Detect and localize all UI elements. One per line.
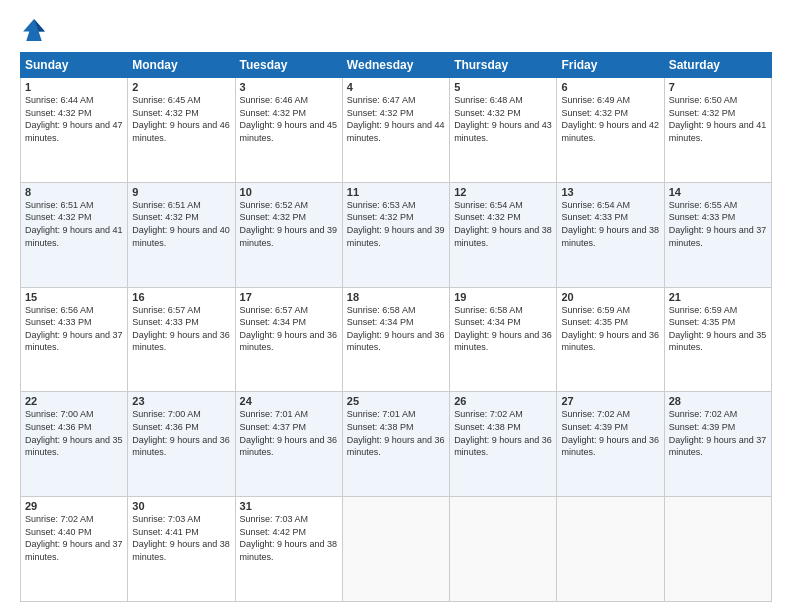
- cell-info: Sunrise: 7:01 AMSunset: 4:38 PMDaylight:…: [347, 409, 445, 457]
- cell-info: Sunrise: 6:54 AMSunset: 4:32 PMDaylight:…: [454, 200, 552, 248]
- calendar-cell: 25Sunrise: 7:01 AMSunset: 4:38 PMDayligh…: [342, 392, 449, 497]
- cell-info: Sunrise: 6:50 AMSunset: 4:32 PMDaylight:…: [669, 95, 767, 143]
- day-number: 2: [132, 81, 230, 93]
- calendar-cell: 3Sunrise: 6:46 AMSunset: 4:32 PMDaylight…: [235, 78, 342, 183]
- day-number: 4: [347, 81, 445, 93]
- day-number: 19: [454, 291, 552, 303]
- calendar-page: SundayMondayTuesdayWednesdayThursdayFrid…: [0, 0, 792, 612]
- day-number: 15: [25, 291, 123, 303]
- cell-info: Sunrise: 6:47 AMSunset: 4:32 PMDaylight:…: [347, 95, 445, 143]
- day-number: 5: [454, 81, 552, 93]
- cell-info: Sunrise: 7:02 AMSunset: 4:39 PMDaylight:…: [561, 409, 659, 457]
- calendar-cell: 4Sunrise: 6:47 AMSunset: 4:32 PMDaylight…: [342, 78, 449, 183]
- cell-info: Sunrise: 6:56 AMSunset: 4:33 PMDaylight:…: [25, 305, 123, 353]
- calendar-cell: 17Sunrise: 6:57 AMSunset: 4:34 PMDayligh…: [235, 287, 342, 392]
- calendar-cell: 31Sunrise: 7:03 AMSunset: 4:42 PMDayligh…: [235, 497, 342, 602]
- calendar-cell: 24Sunrise: 7:01 AMSunset: 4:37 PMDayligh…: [235, 392, 342, 497]
- calendar-cell: 18Sunrise: 6:58 AMSunset: 4:34 PMDayligh…: [342, 287, 449, 392]
- calendar-cell: [664, 497, 771, 602]
- cell-info: Sunrise: 6:59 AMSunset: 4:35 PMDaylight:…: [669, 305, 767, 353]
- day-number: 13: [561, 186, 659, 198]
- calendar-cell: 2Sunrise: 6:45 AMSunset: 4:32 PMDaylight…: [128, 78, 235, 183]
- calendar-header-tuesday: Tuesday: [235, 53, 342, 78]
- day-number: 16: [132, 291, 230, 303]
- calendar-cell: 14Sunrise: 6:55 AMSunset: 4:33 PMDayligh…: [664, 182, 771, 287]
- day-number: 21: [669, 291, 767, 303]
- calendar-cell: [557, 497, 664, 602]
- day-number: 7: [669, 81, 767, 93]
- calendar-week-row: 22Sunrise: 7:00 AMSunset: 4:36 PMDayligh…: [21, 392, 772, 497]
- cell-info: Sunrise: 6:57 AMSunset: 4:34 PMDaylight:…: [240, 305, 338, 353]
- cell-info: Sunrise: 7:03 AMSunset: 4:41 PMDaylight:…: [132, 514, 230, 562]
- logo-icon: [20, 16, 48, 44]
- day-number: 1: [25, 81, 123, 93]
- calendar-cell: [342, 497, 449, 602]
- calendar-cell: 16Sunrise: 6:57 AMSunset: 4:33 PMDayligh…: [128, 287, 235, 392]
- calendar-cell: 6Sunrise: 6:49 AMSunset: 4:32 PMDaylight…: [557, 78, 664, 183]
- calendar-header-wednesday: Wednesday: [342, 53, 449, 78]
- cell-info: Sunrise: 6:58 AMSunset: 4:34 PMDaylight:…: [347, 305, 445, 353]
- day-number: 28: [669, 395, 767, 407]
- cell-info: Sunrise: 6:49 AMSunset: 4:32 PMDaylight:…: [561, 95, 659, 143]
- calendar-header-thursday: Thursday: [450, 53, 557, 78]
- cell-info: Sunrise: 7:02 AMSunset: 4:38 PMDaylight:…: [454, 409, 552, 457]
- day-number: 11: [347, 186, 445, 198]
- cell-info: Sunrise: 7:02 AMSunset: 4:39 PMDaylight:…: [669, 409, 767, 457]
- calendar-cell: 11Sunrise: 6:53 AMSunset: 4:32 PMDayligh…: [342, 182, 449, 287]
- calendar-cell: 23Sunrise: 7:00 AMSunset: 4:36 PMDayligh…: [128, 392, 235, 497]
- cell-info: Sunrise: 7:02 AMSunset: 4:40 PMDaylight:…: [25, 514, 123, 562]
- day-number: 17: [240, 291, 338, 303]
- calendar-header-saturday: Saturday: [664, 53, 771, 78]
- day-number: 24: [240, 395, 338, 407]
- cell-info: Sunrise: 6:58 AMSunset: 4:34 PMDaylight:…: [454, 305, 552, 353]
- logo: [20, 16, 52, 44]
- day-number: 25: [347, 395, 445, 407]
- day-number: 27: [561, 395, 659, 407]
- day-number: 26: [454, 395, 552, 407]
- day-number: 20: [561, 291, 659, 303]
- calendar-header-friday: Friday: [557, 53, 664, 78]
- calendar-cell: 27Sunrise: 7:02 AMSunset: 4:39 PMDayligh…: [557, 392, 664, 497]
- calendar-cell: 7Sunrise: 6:50 AMSunset: 4:32 PMDaylight…: [664, 78, 771, 183]
- calendar-header-row: SundayMondayTuesdayWednesdayThursdayFrid…: [21, 53, 772, 78]
- cell-info: Sunrise: 6:45 AMSunset: 4:32 PMDaylight:…: [132, 95, 230, 143]
- calendar-cell: 12Sunrise: 6:54 AMSunset: 4:32 PMDayligh…: [450, 182, 557, 287]
- cell-info: Sunrise: 6:53 AMSunset: 4:32 PMDaylight:…: [347, 200, 445, 248]
- calendar-cell: 30Sunrise: 7:03 AMSunset: 4:41 PMDayligh…: [128, 497, 235, 602]
- calendar-cell: 5Sunrise: 6:48 AMSunset: 4:32 PMDaylight…: [450, 78, 557, 183]
- calendar-week-row: 1Sunrise: 6:44 AMSunset: 4:32 PMDaylight…: [21, 78, 772, 183]
- day-number: 10: [240, 186, 338, 198]
- calendar-cell: 28Sunrise: 7:02 AMSunset: 4:39 PMDayligh…: [664, 392, 771, 497]
- cell-info: Sunrise: 6:51 AMSunset: 4:32 PMDaylight:…: [132, 200, 230, 248]
- cell-info: Sunrise: 6:51 AMSunset: 4:32 PMDaylight:…: [25, 200, 123, 248]
- day-number: 6: [561, 81, 659, 93]
- day-number: 8: [25, 186, 123, 198]
- calendar-cell: 8Sunrise: 6:51 AMSunset: 4:32 PMDaylight…: [21, 182, 128, 287]
- calendar-header-monday: Monday: [128, 53, 235, 78]
- cell-info: Sunrise: 6:48 AMSunset: 4:32 PMDaylight:…: [454, 95, 552, 143]
- cell-info: Sunrise: 6:55 AMSunset: 4:33 PMDaylight:…: [669, 200, 767, 248]
- day-number: 22: [25, 395, 123, 407]
- calendar-cell: 15Sunrise: 6:56 AMSunset: 4:33 PMDayligh…: [21, 287, 128, 392]
- calendar-cell: 21Sunrise: 6:59 AMSunset: 4:35 PMDayligh…: [664, 287, 771, 392]
- day-number: 14: [669, 186, 767, 198]
- cell-info: Sunrise: 6:52 AMSunset: 4:32 PMDaylight:…: [240, 200, 338, 248]
- cell-info: Sunrise: 7:00 AMSunset: 4:36 PMDaylight:…: [25, 409, 123, 457]
- day-number: 30: [132, 500, 230, 512]
- calendar-cell: [450, 497, 557, 602]
- day-number: 31: [240, 500, 338, 512]
- header: [20, 16, 772, 44]
- calendar-week-row: 15Sunrise: 6:56 AMSunset: 4:33 PMDayligh…: [21, 287, 772, 392]
- calendar-cell: 26Sunrise: 7:02 AMSunset: 4:38 PMDayligh…: [450, 392, 557, 497]
- cell-info: Sunrise: 7:00 AMSunset: 4:36 PMDaylight:…: [132, 409, 230, 457]
- day-number: 29: [25, 500, 123, 512]
- cell-info: Sunrise: 6:46 AMSunset: 4:32 PMDaylight:…: [240, 95, 338, 143]
- calendar-table: SundayMondayTuesdayWednesdayThursdayFrid…: [20, 52, 772, 602]
- calendar-week-row: 8Sunrise: 6:51 AMSunset: 4:32 PMDaylight…: [21, 182, 772, 287]
- calendar-cell: 22Sunrise: 7:00 AMSunset: 4:36 PMDayligh…: [21, 392, 128, 497]
- calendar-cell: 1Sunrise: 6:44 AMSunset: 4:32 PMDaylight…: [21, 78, 128, 183]
- cell-info: Sunrise: 7:03 AMSunset: 4:42 PMDaylight:…: [240, 514, 338, 562]
- day-number: 18: [347, 291, 445, 303]
- day-number: 3: [240, 81, 338, 93]
- cell-info: Sunrise: 6:59 AMSunset: 4:35 PMDaylight:…: [561, 305, 659, 353]
